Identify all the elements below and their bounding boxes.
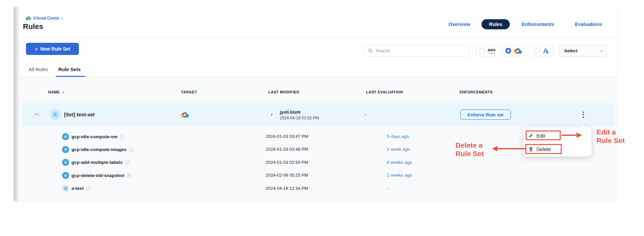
filter-toggle-gcp[interactable] (502, 45, 525, 57)
filter-toggle-azure[interactable] (529, 45, 554, 57)
breadcrumb-chevron-icon: › (61, 16, 63, 21)
rule-last-modified: 2024-01-03 03:50 PM (266, 160, 308, 165)
user-avatar: J (267, 111, 275, 119)
tab-all-rules[interactable]: All Rules (29, 67, 48, 72)
last-evaluation-value: - (364, 112, 366, 117)
search-input[interactable] (376, 48, 465, 53)
tab-enforcements[interactable]: Enforcements (522, 19, 554, 29)
cloud-costs-icon: $ (25, 16, 31, 20)
page-title: Rules (23, 22, 43, 31)
rule-icon (62, 185, 69, 192)
rule-last-modified: 2024-04-16 12:34 PM (266, 186, 308, 191)
kebab-menu-icon[interactable] (579, 110, 587, 120)
edit-arrowhead-icon (577, 132, 582, 138)
table-row[interactable]: gcp-add-multiple-labels 2024-01-03 03:50… (19, 156, 618, 169)
table-row[interactable]: a-test 2024-04-16 12:34 PM - (19, 182, 618, 195)
breadcrumb: $ Cloud Costs › (25, 15, 63, 21)
copy-icon[interactable] (120, 134, 124, 139)
search-icon (368, 48, 373, 53)
radio-unchecked-icon (479, 48, 485, 54)
tab-overview[interactable]: Overview (448, 19, 470, 29)
collapse-chevron-icon[interactable] (34, 113, 39, 118)
edit-arrow (561, 135, 577, 136)
copy-icon[interactable] (125, 160, 129, 165)
rule-icon (62, 172, 69, 179)
delete-arrowhead-icon (492, 146, 497, 151)
rule-last-evaluation: - (387, 186, 388, 191)
rule-last-modified: 2024-02-06 05:25 PM (266, 173, 308, 178)
column-header-last-evaluation: LAST EVALUATION (366, 90, 403, 94)
copy-icon[interactable] (127, 173, 131, 178)
delete-annotation: Delete a Rule Set (456, 141, 484, 158)
delete-highlight-box (525, 144, 562, 154)
column-header-target: TARGET (181, 90, 197, 94)
azure-logo-icon (543, 48, 549, 54)
rule-icon (62, 133, 69, 140)
rule-last-modified: 2024-01-03 03:48 PM (266, 147, 308, 152)
gcp-logo-icon (514, 47, 522, 55)
delete-arrow (497, 148, 526, 149)
rule-icon (62, 159, 69, 166)
app-canvas: $ Cloud Costs › Rules Overview Rules Enf… (0, 0, 644, 236)
copy-icon[interactable] (129, 147, 133, 152)
radio-unchecked-icon (534, 48, 540, 54)
rule-name[interactable]: gcp-add-multiple-labels (71, 160, 123, 165)
tab-evaluations[interactable]: Evaluations (575, 19, 602, 29)
rule-last-evaluation-link[interactable]: 5 days ago (387, 134, 409, 139)
perspective-select[interactable]: Select (559, 45, 607, 57)
rule-name[interactable]: gcp-delete-old-snapshot (71, 173, 124, 178)
rule-icon (62, 146, 69, 153)
rule-name[interactable]: gcp-idle-compute-vm (71, 134, 118, 139)
tab-rule-sets[interactable]: Rule Sets (58, 67, 81, 72)
rule-last-modified: 2024-01-03 03:47 PM (266, 134, 308, 139)
breadcrumb-link[interactable]: Cloud Costs (33, 16, 59, 21)
rule-last-evaluation-link[interactable]: 2 weeks ago (387, 173, 412, 178)
modified-by: jyoti.bisht (280, 110, 300, 115)
radio-checked-icon (505, 48, 511, 54)
sort-asc-icon: ▲ (62, 91, 64, 94)
table-row[interactable]: gcp-delete-old-snapshot 2024-02-06 05:25… (19, 169, 618, 182)
rule-set-avatar-icon (50, 109, 61, 120)
new-rule-set-label: New Rule Set (40, 46, 70, 52)
rule-name[interactable]: gcp-idle-compute-images (71, 147, 127, 152)
rule-set-row[interactable]: [Set] test-set J jyoti.bisht 2024-04-16 … (22, 103, 615, 126)
modified-at: 2024-04-16 01:52 PM (280, 116, 319, 120)
filter-toggle-aws[interactable]: aws (475, 45, 499, 57)
rule-last-evaluation-link[interactable]: 1 week ago (387, 147, 410, 152)
rule-set-name[interactable]: [Set] test-set (64, 112, 95, 117)
enforce-rule-set-button[interactable]: Enforce Rule set (460, 110, 511, 120)
copy-icon[interactable] (86, 186, 90, 191)
rules-page: $ Cloud Costs › Rules Overview Rules Enf… (19, 7, 618, 202)
edit-annotation: Edit a Rule Set (596, 128, 625, 145)
select-value: Select (564, 48, 578, 53)
search-box (364, 45, 469, 57)
new-rule-set-button[interactable]: + New Rule Set (26, 43, 79, 55)
left-edge-shadow (13, 7, 19, 202)
tab-rules[interactable]: Rules (481, 19, 510, 29)
rule-last-evaluation-link[interactable]: 4 weeks ago (387, 160, 412, 165)
rule-name[interactable]: a-test (71, 186, 84, 191)
column-header-last-modified: LAST MODIFIED (268, 90, 299, 94)
aws-logo-icon: aws (488, 48, 496, 54)
column-header-enforcements: ENFORCEMENTS (460, 90, 493, 94)
header-divider (19, 37, 618, 37)
gcp-target-icon (181, 111, 189, 119)
chevron-down-icon (600, 49, 603, 52)
column-header-name[interactable]: NAME ▲ (48, 90, 65, 94)
edit-highlight-box (526, 130, 561, 140)
svg-text:$: $ (28, 17, 29, 20)
plus-icon: + (35, 46, 38, 52)
